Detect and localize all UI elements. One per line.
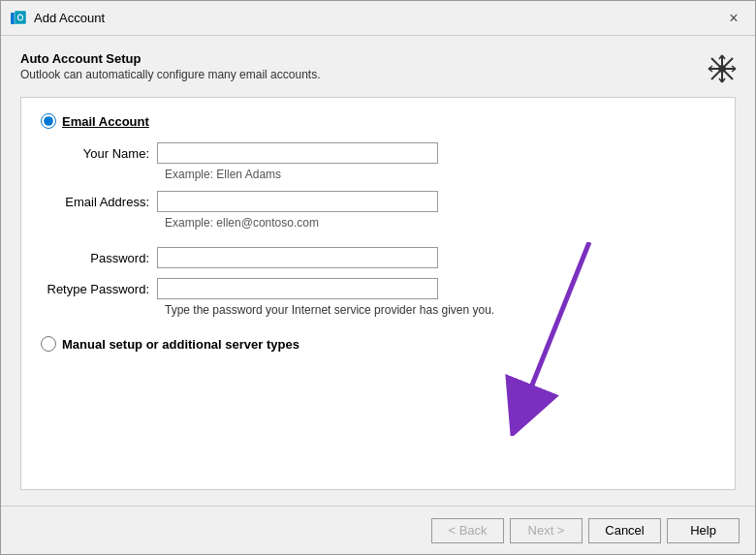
form-area: Email Account Your Name: Example: Ellen … [20,97,736,490]
dialog-content: Auto Account Setup Outlook can automatic… [1,36,755,506]
manual-setup-radio[interactable] [41,336,56,352]
email-address-label: Email Address: [41,195,157,209]
add-account-dialog: Add Account × Auto Account Setup Outlook… [0,0,756,555]
email-account-radio[interactable] [41,113,56,129]
back-button[interactable]: < Back [431,518,504,543]
auto-setup-title: Auto Account Setup [20,51,736,66]
auto-setup-section: Auto Account Setup Outlook can automatic… [20,51,736,97]
email-address-example: Example: ellen@contoso.com [165,216,715,230]
retype-password-input[interactable] [157,278,438,299]
email-address-row: Email Address: [41,191,715,212]
manual-setup-label[interactable]: Manual setup or additional server types [62,337,299,352]
email-address-input[interactable] [157,191,438,212]
cancel-button[interactable]: Cancel [588,518,661,543]
email-account-label[interactable]: Email Account [62,114,149,129]
email-address-group: Email Address: Example: ellen@contoso.co… [41,191,715,230]
purple-arrow-annotation [492,242,618,436]
outlook-icon [9,9,28,28]
retype-password-label: Retype Password: [41,282,157,296]
next-button[interactable]: Next > [510,518,583,543]
your-name-row: Your Name: [41,142,715,164]
dialog-title: Add Account [34,11,720,25]
close-button[interactable]: × [720,5,747,32]
button-bar: < Back Next > Cancel Help [1,506,755,554]
your-name-label: Your Name: [41,146,157,161]
svg-point-3 [18,15,22,19]
your-name-group: Your Name: Example: Ellen Adams [41,142,715,181]
auto-setup-subtitle: Outlook can automatically configure many… [20,68,736,81]
your-name-input[interactable] [157,142,438,164]
your-name-example: Example: Ellen Adams [165,168,715,181]
auto-setup-icon [705,51,740,86]
email-account-radio-row: Email Account [41,113,715,129]
password-label: Password: [41,251,157,265]
password-input[interactable] [157,247,438,268]
password-hint: Type the password your Internet service … [165,303,715,317]
help-button[interactable]: Help [667,518,740,543]
title-bar: Add Account × [1,1,755,36]
svg-line-18 [521,242,589,412]
